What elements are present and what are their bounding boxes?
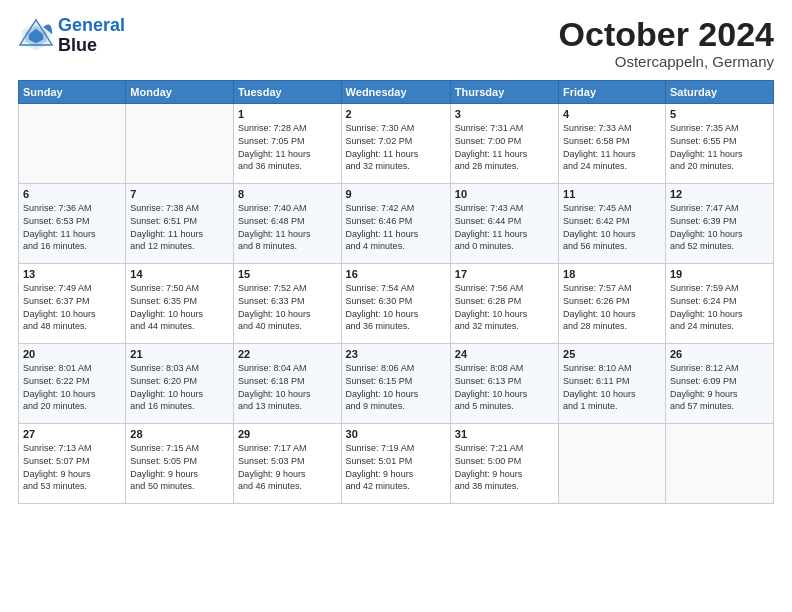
day-info: Sunrise: 7:52 AMSunset: 6:33 PMDaylight:… — [238, 282, 337, 332]
day-number: 10 — [455, 188, 554, 200]
day-number: 21 — [130, 348, 229, 360]
calendar-cell: 17Sunrise: 7:56 AMSunset: 6:28 PMDayligh… — [450, 264, 558, 344]
day-info: Sunrise: 8:03 AMSunset: 6:20 PMDaylight:… — [130, 362, 229, 412]
calendar-cell: 2Sunrise: 7:30 AMSunset: 7:02 PMDaylight… — [341, 104, 450, 184]
day-info: Sunrise: 7:31 AMSunset: 7:00 PMDaylight:… — [455, 122, 554, 172]
day-info: Sunrise: 7:59 AMSunset: 6:24 PMDaylight:… — [670, 282, 769, 332]
col-thursday: Thursday — [450, 81, 558, 104]
day-info: Sunrise: 7:45 AMSunset: 6:42 PMDaylight:… — [563, 202, 661, 252]
calendar-cell: 7Sunrise: 7:38 AMSunset: 6:51 PMDaylight… — [126, 184, 234, 264]
day-info: Sunrise: 7:35 AMSunset: 6:55 PMDaylight:… — [670, 122, 769, 172]
calendar-cell: 24Sunrise: 8:08 AMSunset: 6:13 PMDayligh… — [450, 344, 558, 424]
calendar-cell: 1Sunrise: 7:28 AMSunset: 7:05 PMDaylight… — [233, 104, 341, 184]
day-info: Sunrise: 7:17 AMSunset: 5:03 PMDaylight:… — [238, 442, 337, 492]
calendar-cell: 30Sunrise: 7:19 AMSunset: 5:01 PMDayligh… — [341, 424, 450, 504]
day-info: Sunrise: 7:49 AMSunset: 6:37 PMDaylight:… — [23, 282, 121, 332]
day-number: 16 — [346, 268, 446, 280]
col-wednesday: Wednesday — [341, 81, 450, 104]
col-friday: Friday — [559, 81, 666, 104]
calendar-cell — [19, 104, 126, 184]
calendar-cell: 10Sunrise: 7:43 AMSunset: 6:44 PMDayligh… — [450, 184, 558, 264]
col-sunday: Sunday — [19, 81, 126, 104]
day-info: Sunrise: 7:57 AMSunset: 6:26 PMDaylight:… — [563, 282, 661, 332]
day-number: 11 — [563, 188, 661, 200]
day-number: 28 — [130, 428, 229, 440]
calendar-cell: 15Sunrise: 7:52 AMSunset: 6:33 PMDayligh… — [233, 264, 341, 344]
day-number: 15 — [238, 268, 337, 280]
calendar-cell — [559, 424, 666, 504]
day-number: 24 — [455, 348, 554, 360]
calendar-week-4: 27Sunrise: 7:13 AMSunset: 5:07 PMDayligh… — [19, 424, 774, 504]
day-number: 27 — [23, 428, 121, 440]
day-number: 2 — [346, 108, 446, 120]
day-number: 18 — [563, 268, 661, 280]
day-number: 9 — [346, 188, 446, 200]
col-tuesday: Tuesday — [233, 81, 341, 104]
col-saturday: Saturday — [665, 81, 773, 104]
calendar-table: Sunday Monday Tuesday Wednesday Thursday… — [18, 80, 774, 504]
calendar-cell: 25Sunrise: 8:10 AMSunset: 6:11 PMDayligh… — [559, 344, 666, 424]
calendar-cell: 19Sunrise: 7:59 AMSunset: 6:24 PMDayligh… — [665, 264, 773, 344]
calendar-header-row: Sunday Monday Tuesday Wednesday Thursday… — [19, 81, 774, 104]
day-number: 26 — [670, 348, 769, 360]
calendar-cell: 16Sunrise: 7:54 AMSunset: 6:30 PMDayligh… — [341, 264, 450, 344]
page: General Blue October 2024 Ostercappeln, … — [0, 0, 792, 514]
day-info: Sunrise: 7:21 AMSunset: 5:00 PMDaylight:… — [455, 442, 554, 492]
day-info: Sunrise: 8:01 AMSunset: 6:22 PMDaylight:… — [23, 362, 121, 412]
header: General Blue October 2024 Ostercappeln, … — [18, 16, 774, 70]
calendar-cell: 8Sunrise: 7:40 AMSunset: 6:48 PMDaylight… — [233, 184, 341, 264]
calendar-cell — [665, 424, 773, 504]
col-monday: Monday — [126, 81, 234, 104]
calendar-cell: 29Sunrise: 7:17 AMSunset: 5:03 PMDayligh… — [233, 424, 341, 504]
day-info: Sunrise: 7:54 AMSunset: 6:30 PMDaylight:… — [346, 282, 446, 332]
calendar-cell: 11Sunrise: 7:45 AMSunset: 6:42 PMDayligh… — [559, 184, 666, 264]
day-number: 17 — [455, 268, 554, 280]
day-info: Sunrise: 7:40 AMSunset: 6:48 PMDaylight:… — [238, 202, 337, 252]
day-number: 20 — [23, 348, 121, 360]
day-info: Sunrise: 7:47 AMSunset: 6:39 PMDaylight:… — [670, 202, 769, 252]
calendar-cell — [126, 104, 234, 184]
day-number: 22 — [238, 348, 337, 360]
calendar-cell: 18Sunrise: 7:57 AMSunset: 6:26 PMDayligh… — [559, 264, 666, 344]
day-info: Sunrise: 7:38 AMSunset: 6:51 PMDaylight:… — [130, 202, 229, 252]
day-number: 30 — [346, 428, 446, 440]
logo-text: General Blue — [58, 16, 125, 56]
calendar-week-1: 6Sunrise: 7:36 AMSunset: 6:53 PMDaylight… — [19, 184, 774, 264]
logo: General Blue — [18, 16, 125, 56]
day-number: 19 — [670, 268, 769, 280]
location: Ostercappeln, Germany — [559, 53, 774, 70]
calendar-cell: 31Sunrise: 7:21 AMSunset: 5:00 PMDayligh… — [450, 424, 558, 504]
day-info: Sunrise: 8:08 AMSunset: 6:13 PMDaylight:… — [455, 362, 554, 412]
day-number: 29 — [238, 428, 337, 440]
day-info: Sunrise: 7:42 AMSunset: 6:46 PMDaylight:… — [346, 202, 446, 252]
day-number: 14 — [130, 268, 229, 280]
title-block: October 2024 Ostercappeln, Germany — [559, 16, 774, 70]
calendar-cell: 20Sunrise: 8:01 AMSunset: 6:22 PMDayligh… — [19, 344, 126, 424]
calendar-week-0: 1Sunrise: 7:28 AMSunset: 7:05 PMDaylight… — [19, 104, 774, 184]
day-info: Sunrise: 7:13 AMSunset: 5:07 PMDaylight:… — [23, 442, 121, 492]
day-info: Sunrise: 7:36 AMSunset: 6:53 PMDaylight:… — [23, 202, 121, 252]
month-title: October 2024 — [559, 16, 774, 53]
day-info: Sunrise: 7:33 AMSunset: 6:58 PMDaylight:… — [563, 122, 661, 172]
calendar-cell: 12Sunrise: 7:47 AMSunset: 6:39 PMDayligh… — [665, 184, 773, 264]
day-info: Sunrise: 7:43 AMSunset: 6:44 PMDaylight:… — [455, 202, 554, 252]
calendar-cell: 23Sunrise: 8:06 AMSunset: 6:15 PMDayligh… — [341, 344, 450, 424]
day-number: 5 — [670, 108, 769, 120]
day-info: Sunrise: 7:15 AMSunset: 5:05 PMDaylight:… — [130, 442, 229, 492]
calendar-cell: 5Sunrise: 7:35 AMSunset: 6:55 PMDaylight… — [665, 104, 773, 184]
calendar-cell: 4Sunrise: 7:33 AMSunset: 6:58 PMDaylight… — [559, 104, 666, 184]
day-info: Sunrise: 7:30 AMSunset: 7:02 PMDaylight:… — [346, 122, 446, 172]
day-info: Sunrise: 8:10 AMSunset: 6:11 PMDaylight:… — [563, 362, 661, 412]
logo-icon — [18, 18, 54, 54]
calendar-cell: 13Sunrise: 7:49 AMSunset: 6:37 PMDayligh… — [19, 264, 126, 344]
day-number: 23 — [346, 348, 446, 360]
day-number: 25 — [563, 348, 661, 360]
day-number: 4 — [563, 108, 661, 120]
calendar-cell: 14Sunrise: 7:50 AMSunset: 6:35 PMDayligh… — [126, 264, 234, 344]
day-info: Sunrise: 7:56 AMSunset: 6:28 PMDaylight:… — [455, 282, 554, 332]
day-info: Sunrise: 7:28 AMSunset: 7:05 PMDaylight:… — [238, 122, 337, 172]
day-number: 6 — [23, 188, 121, 200]
day-info: Sunrise: 7:19 AMSunset: 5:01 PMDaylight:… — [346, 442, 446, 492]
calendar-cell: 9Sunrise: 7:42 AMSunset: 6:46 PMDaylight… — [341, 184, 450, 264]
calendar-cell: 3Sunrise: 7:31 AMSunset: 7:00 PMDaylight… — [450, 104, 558, 184]
